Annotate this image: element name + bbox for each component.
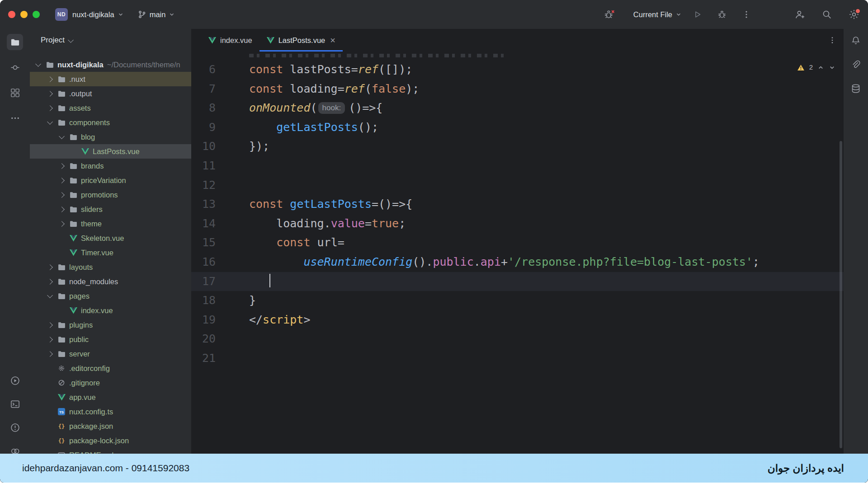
notifications-icon[interactable] [848, 33, 864, 49]
ai-assistant-icon[interactable] [848, 56, 864, 73]
code-line-14[interactable]: 14 loading.value=true; [191, 214, 844, 234]
tree-item-.gitignore[interactable]: .gitignore [30, 375, 191, 390]
code-line-9[interactable]: 9 getLastPosts(); [191, 118, 844, 137]
code-line-18[interactable]: 18} [191, 291, 844, 310]
project-panel-header[interactable]: Project [30, 29, 191, 52]
code-editor[interactable]: 6const lastPosts=ref([]);7const loading=… [191, 52, 844, 483]
line-number: 7 [191, 80, 216, 99]
tree-item-Timer.vue[interactable]: Timer.vue [30, 245, 191, 260]
tree-item-promotions[interactable]: promotions [30, 188, 191, 202]
code-line-17[interactable]: 17 [191, 272, 844, 291]
tree-item-priceVariation[interactable]: priceVariation [30, 173, 191, 188]
tree-chevron-icon[interactable] [46, 280, 58, 284]
tree-item-Skeleton.vue[interactable]: Skeleton.vue [30, 231, 191, 245]
tree-item-.output[interactable]: .output [30, 86, 191, 101]
editor-tab-LastPosts.vue[interactable]: LastPosts.vue× [259, 29, 343, 52]
code-line-8[interactable]: 8onMounted(hook:()=>{ [191, 99, 844, 118]
tree-item-plugins[interactable]: plugins [30, 318, 191, 332]
folder-file-icon [58, 293, 69, 300]
code-line-21[interactable]: 21 [191, 349, 844, 368]
tree-chevron-icon[interactable] [58, 178, 70, 183]
tree-chevron-icon[interactable] [46, 352, 58, 356]
problems-icon[interactable] [7, 419, 23, 436]
tree-chevron-icon[interactable] [46, 338, 58, 342]
code-line-7[interactable]: 7const loading=ref(false); [191, 80, 844, 99]
tree-chevron-icon[interactable] [34, 63, 46, 66]
editor-scrollbar[interactable] [840, 141, 842, 448]
settings-icon[interactable] [846, 7, 862, 22]
tree-item-package.json[interactable]: {}package.json [30, 419, 191, 433]
tree-chevron-icon[interactable] [46, 295, 58, 297]
prev-warning-icon[interactable] [817, 64, 824, 71]
run-icon[interactable] [7, 372, 23, 389]
tree-item-.nuxt[interactable]: .nuxt [30, 72, 191, 86]
tree-item-app.vue[interactable]: app.vue [30, 390, 191, 404]
tree-chevron-icon[interactable] [58, 164, 70, 168]
folder-file-icon [58, 119, 69, 126]
project-selector[interactable]: nuxt-digikala [72, 10, 124, 19]
close-window-button[interactable] [8, 11, 15, 18]
project-icon[interactable] [7, 34, 23, 50]
warning-count: 2 [809, 58, 813, 77]
tree-item-sliders[interactable]: sliders [30, 202, 191, 216]
code-line-19[interactable]: 19</script> [191, 310, 844, 330]
tree-item-LastPosts.vue[interactable]: LastPosts.vue [30, 144, 191, 159]
tree-chevron-icon[interactable] [46, 265, 58, 269]
tree-chevron-icon[interactable] [46, 106, 58, 110]
terminal-icon[interactable] [7, 396, 23, 412]
code-line-15[interactable]: 15 const url= [191, 233, 844, 253]
tree-item-index.vue[interactable]: index.vue [30, 303, 191, 318]
search-icon[interactable] [819, 7, 835, 22]
code-line-11[interactable]: 11 [191, 156, 844, 176]
code-line-10[interactable]: 10}); [191, 137, 844, 156]
structure-icon[interactable] [7, 84, 23, 101]
database-icon[interactable] [848, 80, 864, 97]
tree-item-.editorconfig[interactable]: .editorconfig [30, 361, 191, 375]
tree-item-assets[interactable]: assets [30, 101, 191, 115]
tree-chevron-icon[interactable] [46, 77, 58, 81]
tree-item-blog[interactable]: blog [30, 130, 191, 144]
tree-item-package-lock.json[interactable]: {}package-lock.json [30, 433, 191, 448]
tree-item-nuxt.config.ts[interactable]: TSnuxt.config.ts [30, 404, 191, 419]
inspections-widget[interactable]: 2 [797, 58, 835, 77]
commit-icon[interactable] [7, 59, 23, 75]
code-line-20[interactable]: 20 [191, 329, 844, 349]
tree-chevron-icon[interactable] [58, 193, 70, 197]
code-line-text: } [249, 291, 256, 310]
tree-item-theme[interactable]: theme [30, 216, 191, 231]
tree-item-components[interactable]: components [30, 115, 191, 130]
add-user-icon[interactable] [792, 7, 807, 22]
tree-chevron-icon[interactable] [46, 323, 58, 327]
code-line-16[interactable]: 16 useRuntimeConfig().public.api+'/respo… [191, 253, 844, 272]
code-line-text: useRuntimeConfig().public.api+'/response… [249, 253, 760, 272]
more-actions-icon[interactable] [739, 7, 754, 22]
branch-selector[interactable]: main [137, 10, 175, 19]
minimize-window-button[interactable] [20, 11, 28, 18]
tree-item-nuxt-digikala[interactable]: nuxt-digikala~/Documents/theme/n [30, 57, 191, 72]
tree-item-server[interactable]: server [30, 347, 191, 361]
editor-tab-index.vue[interactable]: index.vue [201, 29, 259, 52]
tab-close-icon[interactable]: × [330, 36, 335, 45]
tree-chevron-icon[interactable] [46, 121, 58, 124]
next-warning-icon[interactable] [829, 64, 835, 71]
more-icon[interactable] [7, 110, 23, 126]
code-line-6[interactable]: 6const lastPosts=ref([]); [191, 60, 844, 80]
editor-tab-options-icon[interactable] [828, 29, 836, 52]
run-configuration-selector[interactable]: Current File [633, 10, 682, 19]
tree-chevron-icon[interactable] [58, 136, 70, 138]
folder-file-icon [58, 105, 69, 112]
run-button[interactable] [690, 7, 705, 22]
debugger-unavailable-icon[interactable] [602, 7, 617, 22]
tree-item-public[interactable]: public [30, 332, 191, 347]
tree-chevron-icon[interactable] [58, 222, 70, 226]
tree-chevron-icon[interactable] [46, 92, 58, 96]
debug-button[interactable] [714, 7, 730, 22]
code-line-13[interactable]: 13const getLastPosts=()=>{ [191, 195, 844, 214]
code-line-12[interactable]: 12 [191, 176, 844, 195]
tree-item-layouts[interactable]: layouts [30, 260, 191, 274]
zoom-window-button[interactable] [33, 11, 40, 18]
tree-item-node_modules[interactable]: node_modules [30, 274, 191, 289]
tree-item-brands[interactable]: brands [30, 159, 191, 173]
tree-item-pages[interactable]: pages [30, 289, 191, 303]
tree-chevron-icon[interactable] [58, 207, 70, 211]
